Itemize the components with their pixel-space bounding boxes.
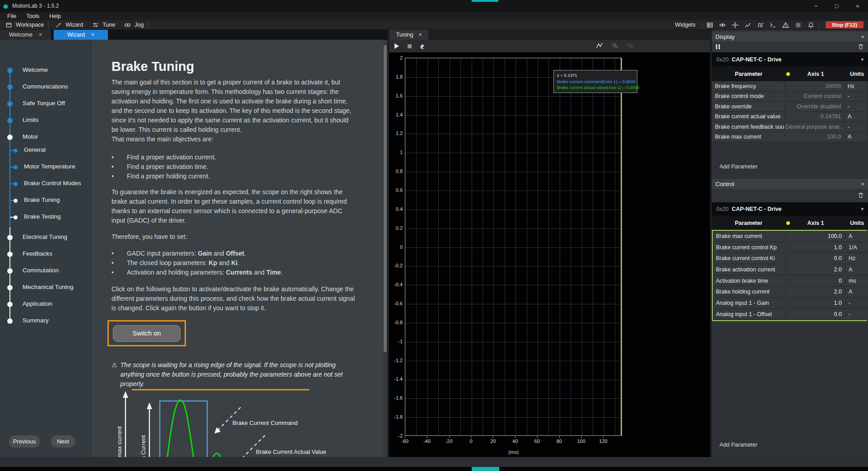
table-row[interactable]: Brake max current100.0A <box>712 132 867 143</box>
axis-color-dot <box>786 221 790 225</box>
tab-close-icon[interactable]: × <box>91 32 94 38</box>
gear-icon[interactable] <box>794 21 803 29</box>
param-value[interactable]: 1.0 <box>786 244 846 251</box>
trash-icon[interactable] <box>858 192 864 201</box>
tab-close-icon[interactable]: × <box>39 32 42 38</box>
table-icon[interactable] <box>705 21 715 29</box>
minimize-button[interactable]: − <box>806 0 826 12</box>
menu-tools[interactable]: Tools <box>22 13 44 20</box>
table-row[interactable]: Brake current actual value0.24791A <box>712 112 867 122</box>
scope-overlay-button[interactable] <box>626 41 636 50</box>
eye-icon[interactable] <box>718 21 728 29</box>
param-name: Analog input 1 - Gain <box>713 300 786 306</box>
scope-stop-button[interactable] <box>404 42 414 51</box>
table-row[interactable]: Brake overrideOverride disabled- <box>712 102 867 112</box>
param-value[interactable]: 0.24791 <box>785 113 845 120</box>
param-value[interactable]: 100.0 <box>786 233 846 239</box>
x-tick-label: -20 <box>446 438 453 444</box>
trash-icon[interactable] <box>858 43 864 52</box>
step-label: Mechanical Tuning <box>23 284 74 290</box>
jog-button[interactable]: Jog <box>119 20 147 29</box>
y-tick-label: 1.2 <box>389 131 403 136</box>
plot-area[interactable]: x = 0.1371 Brake current command(Axis 1)… <box>405 58 622 436</box>
tab-welcome[interactable]: Welcome × <box>0 30 51 40</box>
control-panel-header: Control × <box>712 179 868 189</box>
move-icon[interactable] <box>730 21 740 29</box>
tab-tuning[interactable]: Tuning × <box>390 30 428 40</box>
widgets-button[interactable]: Widgets <box>659 21 699 29</box>
y-tick-label: 0 <box>389 244 403 250</box>
table-row[interactable]: Brake frequency20000Hz <box>712 81 867 92</box>
step-dot <box>7 68 13 73</box>
menu-help[interactable]: Help <box>45 13 65 20</box>
param-name: Brake override <box>712 103 785 110</box>
maximize-button[interactable]: □ <box>826 0 847 12</box>
table-row[interactable]: Brake current control Kp1.01/A <box>713 242 868 253</box>
table-row[interactable]: Brake current feedback sou...General pur… <box>712 122 867 132</box>
display-device-selector[interactable]: 0x20 CAP-NET-C - Drive ▼ <box>712 52 868 66</box>
step-dot <box>14 199 18 203</box>
step-label: Brake Testing <box>24 213 61 220</box>
diagram-ylabel-activation-current: Activation Current <box>140 435 147 457</box>
control-panel-close-icon[interactable]: × <box>861 181 864 187</box>
param-value[interactable]: 0 <box>786 278 846 284</box>
workspace-button[interactable]: Workspace <box>0 20 47 29</box>
scope-play-button[interactable] <box>392 42 402 51</box>
param-value[interactable]: 1.0 <box>786 300 846 306</box>
y-tick-label: -2 <box>389 433 403 438</box>
control-add-parameter[interactable]: Add Parameter <box>719 442 757 448</box>
display-add-parameter[interactable]: Add Parameter <box>719 163 757 170</box>
chart-icon[interactable] <box>743 21 753 29</box>
table-row[interactable]: Brake holding current2.0A <box>713 286 868 298</box>
close-button[interactable]: × <box>847 0 868 12</box>
previous-button[interactable]: Previous <box>9 435 40 448</box>
x-tick-label: 20 <box>490 438 496 444</box>
step-dot <box>7 101 13 107</box>
tune-button[interactable]: Tune <box>87 20 119 29</box>
wizard-button[interactable]: Wizard <box>50 20 87 29</box>
table-row[interactable]: Brake max current100.0A <box>713 231 868 242</box>
table-row[interactable]: Brake control modeCurrent control- <box>712 92 867 102</box>
content-scrollbar[interactable] <box>383 40 387 457</box>
toolbar-separator <box>148 22 149 28</box>
param-value[interactable]: Override disabled <box>785 103 845 110</box>
gridline <box>405 398 622 399</box>
wizard-tab-strip: Welcome × Wizard × <box>0 30 387 40</box>
switch-on-button[interactable]: Switch on <box>113 325 181 342</box>
table-row[interactable]: Brake activation current2.0A <box>713 264 868 275</box>
control-device-selector[interactable]: 0x20 CAP-NET-C - Drive ▼ <box>712 202 868 216</box>
param-value[interactable]: Current control <box>785 93 845 99</box>
scope-compare-button[interactable] <box>610 41 620 50</box>
menu-file[interactable]: File <box>3 13 21 20</box>
param-value[interactable]: 100.0 <box>785 134 845 140</box>
page-title: Brake Tuning <box>111 59 355 74</box>
scope-chart: x = 0.1371 Brake current command(Axis 1)… <box>389 52 710 457</box>
scrollbar-thumb[interactable] <box>384 45 387 352</box>
terminal-icon[interactable] <box>768 21 778 29</box>
tab-wizard[interactable]: Wizard × <box>54 30 108 40</box>
table-row[interactable]: Activation brake time0ms <box>713 275 868 287</box>
table-row[interactable]: Brake current control Ki0.0Hz <box>713 253 868 264</box>
main-toolbar: WorkspaceWizardTuneJog Widgets Stop (F12… <box>0 20 868 30</box>
pause-icon[interactable] <box>716 44 720 49</box>
display-panel-header: Display × <box>712 32 868 42</box>
gridline <box>405 153 622 153</box>
param-value[interactable]: 0.0 <box>786 311 846 317</box>
param-value[interactable]: 2.0 <box>786 289 846 295</box>
table-row[interactable]: Analog input 1 - Gain1.0- <box>713 298 868 309</box>
stop-button[interactable]: Stop (F12) <box>826 21 863 28</box>
param-value[interactable]: 20000 <box>785 83 845 89</box>
param-value[interactable]: General purpose anal... <box>785 124 845 130</box>
display-panel-close-icon[interactable]: × <box>861 33 864 40</box>
scope-signal-button[interactable] <box>595 41 605 50</box>
param-value[interactable]: 2.0 <box>786 266 846 273</box>
bell-icon[interactable] <box>806 21 816 29</box>
y-tick-label: -1.8 <box>389 414 403 420</box>
param-value[interactable]: 0.0 <box>786 255 846 261</box>
next-button[interactable]: Next <box>51 435 75 448</box>
table-row[interactable]: Analog input 1 - Offset0.0- <box>713 309 868 320</box>
tab-close-icon[interactable]: × <box>418 32 422 38</box>
scope-clear-button[interactable] <box>417 42 427 51</box>
warning-icon[interactable] <box>781 21 791 29</box>
square-wave-icon[interactable] <box>756 21 766 29</box>
